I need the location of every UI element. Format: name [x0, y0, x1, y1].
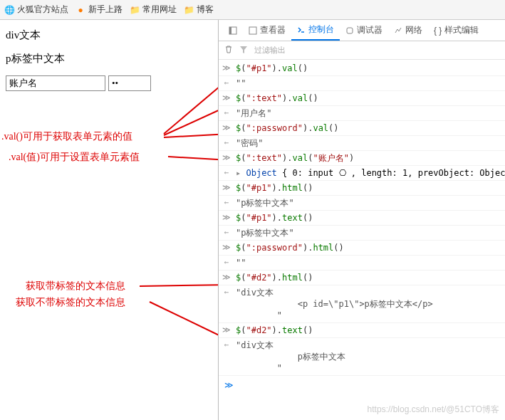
console-toolbar: 过滤输出	[219, 41, 505, 60]
console-result: "p标签中文本"	[236, 197, 294, 209]
div-text: div文本	[6, 28, 212, 42]
console-code: $(":password").html()	[236, 242, 344, 253]
console-output-row: ""	[219, 256, 505, 271]
bookmark-label: 博客	[197, 4, 214, 16]
filter-icon[interactable]	[240, 46, 247, 56]
console-code: $(":password").val()	[236, 122, 339, 134]
network-icon	[394, 26, 402, 35]
console-code: $(":text").val()	[236, 93, 318, 104]
console-code: $(":text").val("账户名")	[236, 152, 354, 164]
devtools-tabs: 查看器 控制台 调试器 网络 { } 样式编辑	[219, 20, 505, 41]
console-result: "密码"	[236, 137, 263, 149]
bookmark-firefox-site[interactable]: 🌐 火狐官方站点	[4, 4, 68, 16]
input-arrow-icon	[222, 93, 231, 104]
tab-network[interactable]: 网络	[388, 20, 428, 41]
console-icon	[297, 26, 306, 34]
tab-label: 查看器	[260, 24, 286, 36]
console-result: ""	[236, 78, 246, 89]
console-input-row: $("#d2").html()	[219, 271, 505, 285]
console-output-row: ""	[219, 76, 505, 91]
firefox-icon: ●	[76, 5, 85, 15]
console-input-row: $("#d2").text()	[219, 323, 505, 338]
input-arrow-icon	[222, 152, 231, 164]
console-code: $("#p1").text()	[236, 212, 313, 224]
input-arrow-icon	[222, 182, 231, 194]
tab-label: 样式编辑	[444, 24, 479, 36]
console-output[interactable]: $("#p1").val() "" $(":text").val() "用户名"…	[219, 60, 505, 420]
console-prompt[interactable]: ≫	[219, 376, 505, 394]
console-result: "div文本 p标签中文本 "	[236, 340, 345, 374]
annotation-text-get: 获取不带标签的文本信息	[16, 296, 125, 309]
tab-style-editor[interactable]: { } 样式编辑	[428, 20, 484, 41]
console-input-row: $("#p1").val()	[219, 61, 505, 76]
tab-debugger[interactable]: 调试器	[340, 20, 388, 41]
output-arrow-icon	[222, 137, 231, 149]
output-arrow-icon	[222, 197, 231, 209]
tab-label: 网络	[405, 24, 422, 36]
element-icon: ⎔	[339, 168, 346, 178]
console-result: "用户名"	[236, 107, 271, 119]
bookmark-common-sites[interactable]: 📁 常用网址	[130, 4, 177, 16]
watermark: https://blog.csdn.net/@51CTO博客	[368, 404, 499, 416]
bookmark-label: 常用网址	[142, 4, 177, 16]
output-arrow-icon	[222, 287, 231, 298]
console-output-row: "用户名"	[219, 106, 505, 121]
page-content: div文本 p标签中文本 .val()可用于获取表单元素的值 .val(值)可用…	[0, 20, 217, 420]
console-output-row: "密码"	[219, 136, 505, 151]
trash-icon[interactable]	[224, 45, 233, 56]
output-arrow-icon	[222, 340, 231, 351]
console-code: $("#p1").val()	[236, 63, 308, 74]
tab-console[interactable]: 控制台	[291, 20, 340, 41]
tab-label: 控制台	[308, 23, 334, 36]
svg-rect-9	[347, 28, 353, 33]
console-output-row: "p标签中文本"	[219, 226, 505, 241]
password-input[interactable]	[108, 75, 151, 91]
output-arrow-icon	[222, 167, 231, 179]
debugger-icon	[345, 26, 354, 35]
bookmark-label: 新手上路	[88, 4, 123, 16]
input-arrow-icon	[222, 122, 231, 134]
output-arrow-icon	[222, 107, 231, 119]
account-input[interactable]	[6, 75, 105, 91]
console-input-row: $(":text").val("账户名")	[219, 151, 505, 166]
input-arrow-icon	[222, 272, 231, 283]
p-text: p标签中文本	[6, 52, 212, 65]
output-arrow-icon	[222, 257, 231, 268]
console-output-row: "div文本 <p id=\"p1\">p标签中文本</p> "	[219, 285, 505, 323]
inspector-icon	[249, 26, 257, 35]
console-output-row: ▸ Object { 0: input ⎔ , length: 1, prevO…	[219, 166, 505, 181]
input-arrow-icon	[222, 242, 231, 253]
devtools-dock-icon[interactable]	[223, 20, 243, 41]
console-result: ""	[236, 257, 246, 268]
console-input-row: $(":text").val()	[219, 91, 505, 106]
dock-icon	[229, 26, 237, 35]
input-arrow-icon	[222, 212, 231, 224]
console-code: $("#p1").html()	[236, 182, 313, 194]
console-input-row: $(":password").val()	[219, 121, 505, 136]
output-arrow-icon	[222, 227, 231, 238]
annotation-html-get: 获取带标签的文本信息	[26, 280, 125, 293]
bookmark-newbie[interactable]: ● 新手上路	[76, 4, 123, 16]
svg-rect-7	[229, 27, 231, 34]
tab-label: 调试器	[357, 24, 382, 36]
globe-icon: 🌐	[4, 5, 14, 15]
bookmark-blog[interactable]: 📁 博客	[184, 4, 214, 16]
output-arrow-icon	[222, 78, 231, 89]
console-code: $("#d2").text()	[236, 325, 313, 336]
console-output-row: "p标签中文本"	[219, 196, 505, 211]
console-result: ▸ Object { 0: input ⎔ , length: 1, prevO…	[236, 167, 505, 179]
tab-inspector[interactable]: 查看器	[243, 20, 291, 41]
bookmark-bar: 🌐 火狐官方站点 ● 新手上路 📁 常用网址 📁 博客	[0, 0, 505, 20]
form-row	[6, 75, 212, 91]
console-result: "div文本 <p id=\"p1\">p标签中文本</p> "	[236, 287, 433, 321]
console-result: "p标签中文本"	[236, 227, 294, 238]
console-input-row: $(":password").html()	[219, 241, 505, 256]
folder-icon: 📁	[130, 5, 140, 15]
devtools-panel: 查看器 控制台 调试器 网络 { } 样式编辑 过滤输出 $("#p1").va…	[218, 20, 505, 420]
annotation-val-set: .val(值)可用于设置表单元素值	[9, 151, 140, 164]
style-icon: { }	[434, 26, 442, 36]
input-arrow-icon	[222, 325, 231, 336]
console-code: $("#d2").html()	[236, 272, 313, 283]
console-input-row: $("#p1").html()	[219, 181, 505, 196]
filter-input-placeholder[interactable]: 过滤输出	[254, 45, 286, 56]
